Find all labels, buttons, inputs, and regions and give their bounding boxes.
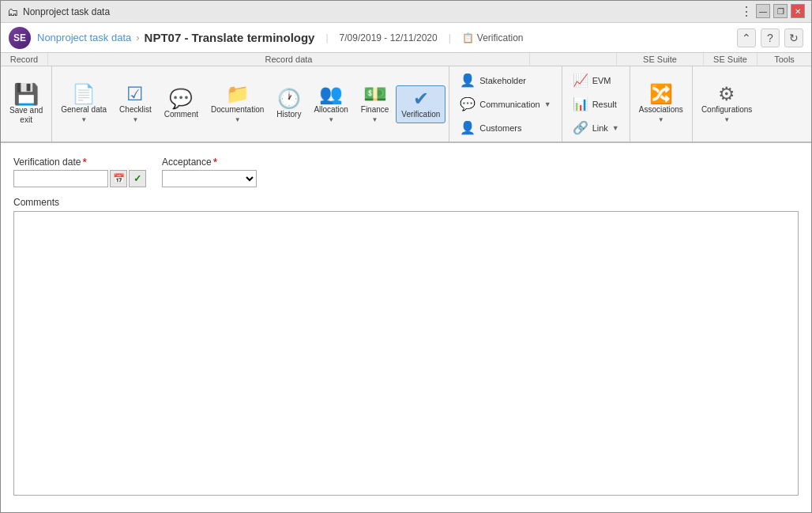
verification-date-required: * (82, 156, 86, 168)
allocation-arrow: ▼ (328, 116, 334, 123)
comments-section: Comments (13, 197, 799, 498)
form-row: Verification date * 📅 ✓ Acceptance * (13, 156, 799, 187)
record-group: 💾 Save andexit (1, 66, 52, 141)
group-label-tools: Tools (757, 53, 811, 66)
link-arrow: ▼ (612, 124, 619, 132)
app-logo: SE (9, 27, 31, 49)
minimize-button[interactable]: — (756, 4, 770, 18)
title-bar-text: Nonproject task data (23, 6, 110, 17)
title-bar-controls: ⋮ — ❐ ✕ (740, 4, 805, 19)
documentation-button[interactable]: 📁 Documentation ▼ (205, 81, 269, 127)
customers-label: Customers (479, 123, 521, 133)
history-button[interactable]: 🕐 History (271, 85, 306, 123)
associations-button[interactable]: 🔀 Associations ▼ (633, 81, 689, 127)
associations-group: 🔀 Associations ▼ (630, 66, 693, 141)
comments-textarea[interactable] (13, 211, 799, 496)
tools-group: ⚙ Configurations ▼ (693, 66, 761, 141)
communication-label: Communication (479, 100, 539, 109)
header-bar: SE Nonproject task data › NPT07 - Transl… (1, 23, 811, 53)
verification-icon: ✔ (413, 89, 429, 108)
result-icon: 📊 (573, 96, 588, 111)
group-label-blank (530, 53, 617, 66)
configurations-button[interactable]: ⚙ Configurations ▼ (696, 81, 757, 127)
customers-button[interactable]: 👤 Customers (454, 117, 556, 138)
verification-date-input[interactable] (13, 170, 108, 187)
ribbon: Record Record data SE Suite SE Suite Too… (1, 53, 811, 143)
allocation-button[interactable]: 👥 Allocation ▼ (308, 81, 353, 127)
breadcrumb-parent[interactable]: Nonproject task data (37, 32, 131, 43)
refresh-button[interactable]: ↻ (784, 28, 803, 47)
verification-icon: 📋 (462, 32, 474, 43)
date-confirm-button[interactable]: ✓ (129, 170, 146, 187)
group-label-se-suite-2: SE Suite (704, 53, 757, 66)
header-divider-1: | (325, 32, 328, 43)
dots-menu[interactable]: ⋮ (740, 4, 753, 19)
title-bar-left: 🗂 Nonproject task data (7, 6, 110, 18)
save-exit-button[interactable]: 💾 Save andexit (4, 80, 48, 129)
result-button[interactable]: 📊 Result (567, 93, 625, 115)
save-exit-icon: 💾 (13, 84, 39, 104)
stakeholder-group: 👤 Stakeholder 💬 Communication ▼ 👤 Custom… (449, 66, 562, 141)
general-data-icon: 📄 (72, 85, 96, 104)
stakeholder-label: Stakeholder (479, 76, 526, 85)
breadcrumb-current: NPT07 - Translate terminology (145, 31, 315, 44)
main-content: Verification date * 📅 ✓ Acceptance * (1, 143, 811, 511)
customers-icon: 👤 (460, 120, 476, 135)
communication-arrow: ▼ (544, 100, 551, 108)
checklist-icon: ☑ (126, 85, 144, 104)
link-button[interactable]: 🔗 Link ▼ (567, 117, 625, 138)
group-label-se-suite: SE Suite (617, 53, 704, 66)
configurations-label: Configurations (701, 105, 752, 115)
restore-button[interactable]: ❐ (773, 4, 788, 18)
title-bar-icon: 🗂 (7, 6, 18, 18)
verification-date-field: Verification date * 📅 ✓ (13, 156, 146, 187)
checklist-arrow: ▼ (132, 116, 138, 123)
close-button[interactable]: ✕ (791, 4, 805, 18)
finance-arrow: ▼ (372, 116, 378, 123)
verification-label: Verification (477, 32, 524, 43)
comment-label: Comment (164, 110, 198, 119)
result-label: Result (592, 100, 617, 109)
verification-label: Verification (401, 110, 440, 119)
communication-button[interactable]: 💬 Communication ▼ (454, 93, 556, 115)
help-button[interactable]: ? (761, 28, 780, 47)
evm-button[interactable]: 📈 EVM (567, 70, 625, 91)
stakeholder-button[interactable]: 👤 Stakeholder (454, 70, 556, 91)
acceptance-field: Acceptance * Accepted Rejected Pending (162, 156, 257, 187)
breadcrumb-arrow: › (136, 32, 139, 43)
checklist-button[interactable]: ☑ Checklist ▼ (114, 81, 157, 127)
comment-icon: 💬 (169, 89, 193, 108)
breadcrumb: Nonproject task data › NPT07 - Translate… (37, 31, 314, 44)
configurations-icon: ⚙ (718, 85, 735, 104)
general-data-arrow: ▼ (81, 116, 87, 123)
header-date-range: 7/09/2019 - 12/11/2020 (340, 32, 438, 43)
verification-date-input-row: 📅 ✓ (13, 170, 146, 187)
verification-button[interactable]: ✔ Verification (396, 85, 445, 123)
acceptance-input-row: Accepted Rejected Pending (162, 170, 257, 187)
associations-label: Associations (639, 105, 683, 115)
group-label-record-data: Record data (48, 53, 530, 66)
header-divider-2: | (449, 32, 451, 43)
acceptance-select[interactable]: Accepted Rejected Pending (162, 170, 257, 187)
finance-icon: 💵 (363, 85, 387, 104)
comment-button[interactable]: 💬 Comment (159, 85, 204, 123)
associations-arrow: ▼ (658, 116, 664, 123)
evm-label: EVM (592, 76, 611, 85)
comments-label: Comments (13, 197, 799, 208)
configurations-arrow: ▼ (724, 116, 730, 123)
header-verification: 📋 Verification (462, 32, 524, 43)
app-window: 🗂 Nonproject task data ⋮ — ❐ ✕ SE Nonpro… (0, 0, 812, 513)
verification-date-label: Verification date * (13, 156, 146, 168)
link-label: Link (592, 123, 608, 133)
general-data-button[interactable]: 📄 General data ▼ (55, 81, 112, 127)
se-suite-v-group: 📈 EVM 📊 Result 🔗 Link ▼ (562, 66, 630, 141)
calendar-button[interactable]: 📅 (110, 170, 127, 187)
allocation-label: Allocation (314, 105, 348, 115)
evm-icon: 📈 (573, 73, 588, 88)
link-icon: 🔗 (573, 120, 588, 135)
allocation-icon: 👥 (319, 85, 343, 104)
collapse-button[interactable]: ⌃ (737, 28, 756, 47)
record-data-group: 📄 General data ▼ ☑ Checklist ▼ 💬 Comment… (52, 66, 449, 141)
documentation-label: Documentation (211, 105, 264, 115)
finance-button[interactable]: 💵 Finance ▼ (355, 81, 395, 127)
